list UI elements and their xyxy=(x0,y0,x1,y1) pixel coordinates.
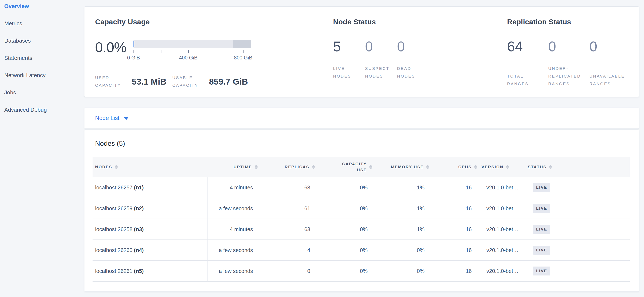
node-address-link[interactable]: localhost:26260 (n4) xyxy=(95,247,144,253)
node-address-cell: localhost:26259 (n2) xyxy=(92,198,208,219)
node-status-value-dead-nodes: 0 xyxy=(397,38,429,54)
column-header-content: STATUS xyxy=(525,165,630,169)
capacity-use-cell: 0% xyxy=(317,240,374,261)
table-row: localhost:26258 (n3)4 minutes630%1%16v20… xyxy=(92,219,630,240)
main-content: Capacity Usage 0.0% 0 GiB400 GiB800 GiB … xyxy=(84,0,639,292)
node-id: (n2) xyxy=(134,205,144,211)
capacity-bar-used-marker xyxy=(134,41,134,47)
status-badge: LIVE xyxy=(533,267,550,276)
sort-up-arrow xyxy=(474,165,477,167)
column-header-label: CPUS xyxy=(458,165,472,169)
axis-tick-mark xyxy=(161,50,162,53)
sidebar-item-overview[interactable]: Overview xyxy=(0,0,84,15)
node-status-title: Node Status xyxy=(333,18,507,26)
column-header-cpus[interactable]: CPUS xyxy=(431,157,479,177)
memory-use-cell: 1% xyxy=(374,219,431,240)
stat-label: USABLE CAPACITY xyxy=(172,74,209,89)
status-cell: LIVE xyxy=(525,261,630,282)
replication-status-values: 6400 xyxy=(507,38,639,54)
capacity-stat-used: USED CAPACITY53.1 MiB xyxy=(95,74,172,89)
capacity-stats: USED CAPACITY53.1 MiBUSABLE CAPACITY859.… xyxy=(95,74,333,89)
replicas-cell: 63 xyxy=(259,219,317,240)
replication-label-total-ranges: TOTAL RANGES xyxy=(507,72,548,88)
sort-down-arrow xyxy=(506,167,509,169)
version-cell: v20.1.0-bet… xyxy=(479,240,525,261)
column-header-version[interactable]: VERSION xyxy=(479,157,525,177)
column-header-status[interactable]: STATUS xyxy=(525,157,630,177)
sort-icon xyxy=(254,165,258,169)
memory-use-cell: 0% xyxy=(374,261,431,282)
capacity-usage-section: Capacity Usage 0.0% 0 GiB400 GiB800 GiB … xyxy=(95,18,333,97)
uptime-cell: a few seconds xyxy=(208,261,259,282)
status-badge: LIVE xyxy=(533,183,550,192)
uptime-cell: a few seconds xyxy=(208,240,259,261)
node-address-link[interactable]: localhost:26259 (n2) xyxy=(95,205,144,211)
sort-up-arrow xyxy=(312,165,315,167)
node-status-label-live-nodes: LIVE NODES xyxy=(333,65,365,80)
sort-down-arrow xyxy=(115,167,118,169)
sort-up-arrow xyxy=(254,165,258,167)
sort-icon xyxy=(426,165,429,169)
sidebar-item-advanced-debug[interactable]: Advanced Debug xyxy=(0,101,84,118)
version-cell: v20.1.0-bet… xyxy=(479,261,525,282)
node-address-link[interactable]: localhost:26258 (n3) xyxy=(95,226,144,232)
stat-value: 859.7 GiB xyxy=(209,77,248,86)
cluster-summary-card: Capacity Usage 0.0% 0 GiB400 GiB800 GiB … xyxy=(84,6,639,97)
sort-down-arrow xyxy=(312,167,315,169)
replication-value-unavailable-ranges: 0 xyxy=(590,38,630,54)
replicas-cell: 61 xyxy=(259,198,317,219)
sort-up-arrow xyxy=(426,165,429,167)
column-header-label: REPLICAS xyxy=(285,165,310,169)
column-header-capacity-use[interactable]: CAPACITY USE xyxy=(317,157,374,177)
node-status-values: 500 xyxy=(333,38,507,54)
nodes-table-body: localhost:26257 (n1)4 minutes630%1%16v20… xyxy=(92,177,630,282)
cpus-cell: 16 xyxy=(431,198,479,219)
node-list-dropdown[interactable]: Node List xyxy=(95,115,128,121)
capacity-use-cell: 0% xyxy=(317,177,374,198)
column-header-content: VERSION xyxy=(479,165,525,169)
nodes-table-card: Nodes (5) NODESUPTIMEREPLICASCAPACITY US… xyxy=(84,130,639,292)
replication-value-under-replicated-ranges: 0 xyxy=(548,38,590,54)
axis-tick-label: 0 GiB xyxy=(127,55,140,61)
node-status-labels: LIVE NODESSUSPECT NODESDEAD NODES xyxy=(333,65,507,80)
node-id: (n1) xyxy=(134,185,144,191)
sidebar-item-databases[interactable]: Databases xyxy=(0,32,84,49)
status-cell: LIVE xyxy=(525,177,630,198)
sort-up-arrow xyxy=(506,165,509,167)
uptime-cell: 4 minutes xyxy=(208,219,259,240)
node-address-link[interactable]: localhost:26261 (n5) xyxy=(95,268,144,274)
node-address-link[interactable]: localhost:26257 (n1) xyxy=(95,185,144,191)
node-list-dropdown-label: Node List xyxy=(95,115,120,121)
sort-down-arrow xyxy=(369,167,372,169)
replicas-cell: 4 xyxy=(259,240,317,261)
column-header-content: UPTIME xyxy=(208,165,259,169)
status-cell: LIVE xyxy=(525,219,630,240)
sidebar-item-network-latency[interactable]: Network Latency xyxy=(0,67,84,84)
axis-tick-label: 800 GiB xyxy=(234,55,252,61)
table-row: localhost:26260 (n4)a few seconds40%0%16… xyxy=(92,240,630,261)
table-row: localhost:26259 (n2)a few seconds610%1%1… xyxy=(92,198,630,219)
replication-label-unavailable-ranges: UNAVAILABLE RANGES xyxy=(590,72,630,88)
column-header-nodes[interactable]: NODES xyxy=(92,157,208,177)
table-row: localhost:26261 (n5)a few seconds00%0%16… xyxy=(92,261,630,282)
sort-down-arrow xyxy=(426,167,429,169)
capacity-use-cell: 0% xyxy=(317,261,374,282)
memory-use-cell: 1% xyxy=(374,177,431,198)
node-address-cell: localhost:26261 (n5) xyxy=(92,261,208,282)
column-header-uptime[interactable]: UPTIME xyxy=(208,157,259,177)
capacity-use-cell: 0% xyxy=(317,219,374,240)
sidebar-item-metrics[interactable]: Metrics xyxy=(0,15,84,32)
cpus-cell: 16 xyxy=(431,177,479,198)
status-cell: LIVE xyxy=(525,198,630,219)
sidebar-item-statements[interactable]: Statements xyxy=(0,49,84,67)
nodes-table: NODESUPTIMEREPLICASCAPACITY USEMEMORY US… xyxy=(92,157,630,282)
column-header-replicas[interactable]: REPLICAS xyxy=(259,157,317,177)
sort-down-arrow xyxy=(254,167,258,169)
axis-tick-label: 400 GiB xyxy=(179,55,198,61)
column-header-memory-use[interactable]: MEMORY USE xyxy=(374,157,431,177)
sort-icon xyxy=(474,165,477,169)
sidebar-item-jobs[interactable]: Jobs xyxy=(0,84,84,101)
status-badge: LIVE xyxy=(533,204,550,213)
column-header-label: UPTIME xyxy=(234,165,252,169)
table-row: localhost:26257 (n1)4 minutes630%1%16v20… xyxy=(92,177,630,198)
